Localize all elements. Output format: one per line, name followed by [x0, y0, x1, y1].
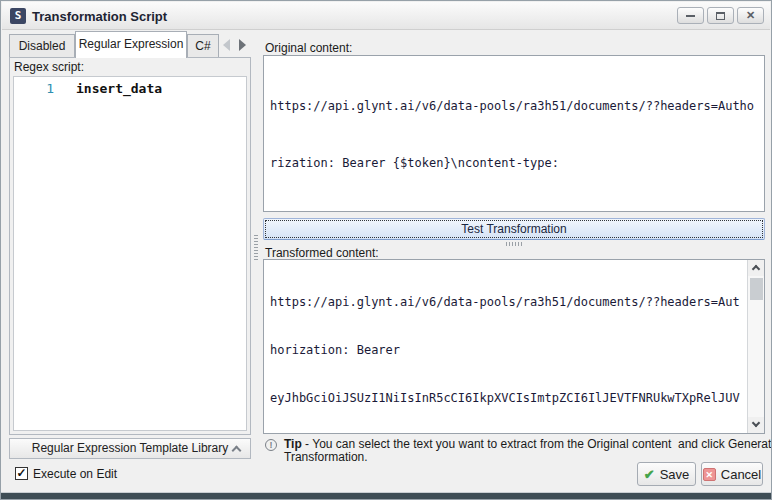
execute-on-edit-label: Execute on Edit [33, 467, 117, 481]
regex-script-editor[interactable]: 1 insert_data [13, 76, 247, 431]
tip-text-line2: Transformation. [284, 451, 368, 464]
transformation-script-dialog: S Transformation Script ✕ Disabled Regul… [0, 0, 772, 500]
cancel-label: Cancel [721, 467, 761, 482]
content-line: eyJhbGciOiJSUzI1NiIsInR5cCI6IkpXVCIsImtp… [270, 390, 741, 406]
chevron-up-icon [752, 265, 760, 273]
regex-script-panel: Regex script: 1 insert_data [9, 57, 251, 435]
check-icon: ✔ [644, 468, 655, 481]
save-label: Save [660, 467, 690, 482]
maximize-icon [716, 12, 725, 20]
app-icon: S [10, 8, 26, 24]
line-number: 1 [38, 81, 54, 96]
info-icon: ! [265, 439, 277, 451]
window-title: Transformation Script [32, 9, 167, 24]
scroll-down-button[interactable] [748, 417, 765, 433]
chevron-up-icon [232, 446, 242, 456]
window-bottom-edge [1, 493, 771, 499]
tab-scroll-right-icon[interactable] [239, 39, 246, 51]
content-line: rization: Bearer {$token}\ncontent-type: [270, 154, 758, 173]
tab-scroll-left-icon[interactable] [223, 39, 230, 51]
original-content-label: Original content: [265, 41, 352, 55]
template-library-expander[interactable]: Regular Expression Template Library [9, 438, 251, 459]
content-line: horization: Bearer [270, 342, 741, 358]
content-line: https://api.glynt.ai/v6/data-pools/ra3h5… [270, 294, 741, 310]
splitter-handle[interactable] [506, 242, 524, 246]
tip-title: Tip [284, 437, 302, 451]
tab-csharp[interactable]: C# [187, 34, 219, 57]
save-button[interactable]: ✔ Save [637, 462, 696, 486]
code-text: insert_data [76, 81, 162, 96]
template-library-label: Regular Expression Template Library [32, 441, 229, 455]
scroll-up-button[interactable] [748, 260, 765, 276]
title-bar[interactable]: S Transformation Script ✕ [2, 2, 770, 30]
vertical-scrollbar[interactable] [747, 260, 764, 433]
regex-script-label: Regex script: [14, 60, 84, 74]
content-line: application/json??post={"label":"sample_… [270, 211, 758, 212]
minimize-icon [686, 15, 695, 17]
test-transformation-button[interactable]: Test Transformation [263, 218, 765, 240]
red-x-icon: ✕ [703, 468, 716, 481]
execute-on-edit-checkbox[interactable]: ✓ [15, 467, 28, 480]
maximize-button[interactable] [707, 7, 734, 24]
chevron-down-icon [752, 419, 760, 427]
close-button[interactable]: ✕ [737, 7, 764, 24]
scroll-thumb[interactable] [750, 278, 763, 300]
panel-splitter-handle[interactable] [254, 234, 258, 260]
transformed-content-textarea[interactable]: https://api.glynt.ai/v6/data-pools/ra3h5… [263, 259, 765, 434]
content-line: https://api.glynt.ai/v6/data-pools/ra3h5… [270, 97, 758, 116]
tab-disabled[interactable]: Disabled [9, 34, 75, 57]
close-icon: ✕ [746, 10, 755, 21]
transformed-content-label: Transformed content: [265, 246, 379, 260]
original-content-textarea[interactable]: https://api.glynt.ai/v6/data-pools/ra3h5… [263, 55, 765, 212]
minimize-button[interactable] [677, 7, 704, 24]
cancel-button[interactable]: ✕ Cancel [701, 462, 763, 486]
tab-regular-expression[interactable]: Regular Expression [75, 31, 187, 58]
